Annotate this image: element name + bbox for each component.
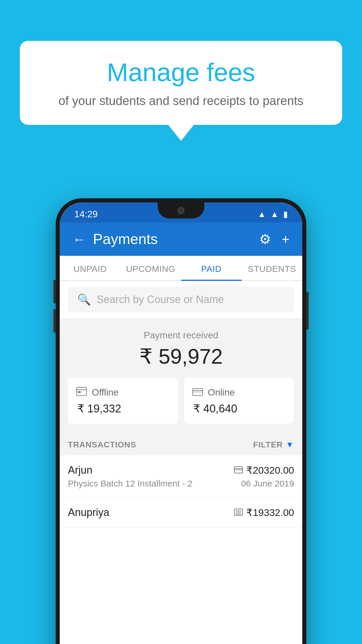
offline-payment-card: Offline ₹ 19,332 [68,377,178,424]
payment-total-amount: ₹ 59,972 [68,344,294,369]
search-icon: 🔍 [77,293,91,306]
phone-screen: 14:29 ▲ ▲ ▮ ← Payments ⚙ + [60,202,302,644]
online-card-header: Online [192,386,286,399]
svg-rect-2 [78,391,81,393]
phone-inner: 14:29 ▲ ▲ ▮ ← Payments ⚙ + [60,202,302,644]
transactions-header: TRANSACTIONS FILTER ▼ [60,433,302,455]
cash-icon [234,509,243,516]
battery-icon: ▮ [283,209,288,219]
transaction-item[interactable]: Anupriya ₹19332.00 [60,498,302,528]
status-time: 14:29 [74,209,98,220]
camera-notch [178,207,184,214]
tab-upcoming[interactable]: UPCOMING [120,256,181,280]
transaction-amount: ₹19332.00 [234,507,294,518]
phone-outer: 14:29 ▲ ▲ ▮ ← Payments ⚙ + [56,198,306,644]
transactions-label: TRANSACTIONS [68,440,136,449]
speech-bubble-subtitle: of your students and send receipts to pa… [37,93,325,109]
offline-payment-icon [76,386,87,399]
svg-point-11 [238,512,239,513]
online-payment-icon [192,386,203,399]
transaction-item[interactable]: Arjun ₹20320.00 Physics [60,455,302,498]
settings-icon[interactable]: ⚙ [259,231,271,247]
tabs-bar: UNPAID UPCOMING PAID STUDENTS [60,256,302,281]
tab-paid[interactable]: PAID [181,256,242,280]
svg-rect-10 [236,511,241,514]
online-label: Online [208,387,235,398]
transaction-amount-value: ₹20320.00 [246,464,294,476]
transaction-list: Arjun ₹20320.00 Physics [60,455,302,644]
app-bar: ← Payments ⚙ + [60,223,302,256]
app-bar-left: ← Payments [73,231,158,248]
tab-students[interactable]: STUDENTS [242,256,302,280]
transaction-row-top: Anupriya ₹19332.00 [68,506,294,519]
search-box[interactable]: 🔍 Search by Course or Name [68,287,294,312]
transaction-amount-value: ₹19332.00 [246,507,294,518]
filter-label: FILTER [253,440,283,449]
volume-down-button [53,309,56,332]
add-icon[interactable]: + [282,231,289,247]
card-icon [234,466,243,474]
payment-received-label: Payment received [68,330,294,341]
volume-up-button [53,280,56,303]
offline-label: Offline [92,387,119,398]
transaction-date: 06 June 2019 [241,479,294,489]
status-icons: ▲ ▲ ▮ [258,209,288,219]
speech-bubble-container: Manage fees of your students and send re… [20,41,342,141]
wifi-icon: ▲ [258,210,266,219]
payment-cards: Offline ₹ 19,332 [68,377,294,424]
tab-unpaid[interactable]: UNPAID [60,256,120,280]
phone-notch [158,202,204,218]
page-title: Payments [93,231,158,248]
signal-icon: ▲ [270,210,279,219]
app-bar-right: ⚙ + [259,231,289,247]
filter-icon: ▼ [286,440,294,449]
speech-bubble-pointer [168,125,194,141]
transaction-row-bottom: Physics Batch 12 Installment - 2 06 June… [68,479,294,489]
transaction-amount: ₹20320.00 [234,464,294,476]
speech-bubble-title: Manage fees [37,58,325,87]
speech-bubble: Manage fees of your students and send re… [20,41,342,125]
filter-button[interactable]: FILTER ▼ [253,440,294,449]
payment-summary: Payment received ₹ 59,972 [60,318,302,433]
transaction-name: Arjun [68,464,92,476]
offline-card-header: Offline [76,386,170,399]
back-button[interactable]: ← [73,232,86,246]
offline-amount: ₹ 19,332 [76,402,170,415]
phone-container: 14:29 ▲ ▲ ▮ ← Payments ⚙ + [56,198,306,644]
power-button [306,292,309,330]
online-payment-card: Online ₹ 40,640 [184,377,294,424]
transaction-name: Anupriya [68,506,109,519]
transaction-row-top: Arjun ₹20320.00 [68,464,294,476]
online-amount: ₹ 40,640 [192,402,286,415]
transaction-course: Physics Batch 12 Installment - 2 [68,479,192,489]
search-container: 🔍 Search by Course or Name [60,281,302,318]
search-placeholder-text: Search by Course or Name [97,293,224,306]
